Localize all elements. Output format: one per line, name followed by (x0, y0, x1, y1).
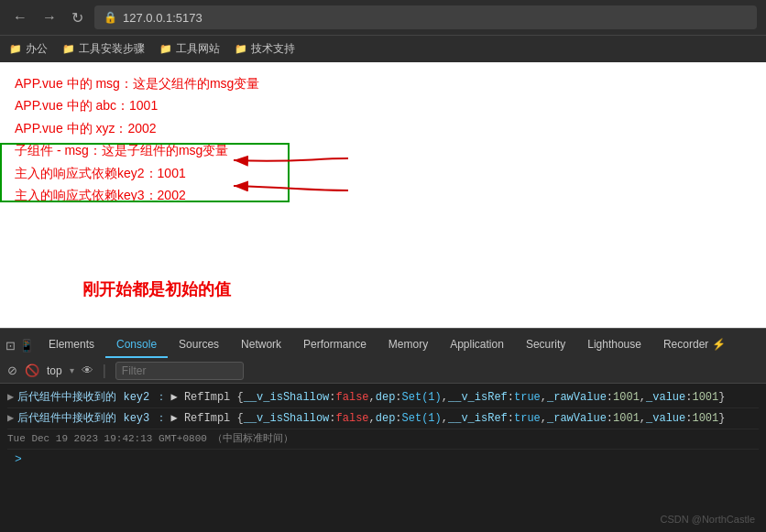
devtools-tabs: ⊡ 📱 Elements Console Sources Network Per… (0, 329, 766, 358)
bookmark-label-office: 办公 (26, 41, 48, 57)
tab-network[interactable]: Network (230, 332, 292, 358)
folder-icon-tools-install: 📁 (62, 43, 75, 55)
tab-memory[interactable]: Memory (378, 332, 439, 358)
devtools-leading-icons: ⊡ 📱 (5, 339, 34, 358)
tab-elements[interactable]: Elements (38, 332, 105, 358)
devtools-device-icon[interactable]: 📱 (19, 339, 34, 354)
clear-icon[interactable]: 🚫 (25, 364, 39, 377)
reload-button[interactable]: ↻ (68, 5, 87, 30)
page-content: APP.vue 中的 msg：这是父组件的msg变量 APP.vue 中的 ab… (0, 62, 766, 328)
console-output: ▶ 后代组件中接收到的 key2 ： ▶ RefImpl { __v_isSha… (0, 384, 766, 532)
console-value-1: ▶ RefImpl { (170, 389, 243, 406)
filter-input[interactable] (115, 362, 244, 380)
branding: CSDN @NorthCastle (661, 514, 755, 525)
console-prefix-2: 后代组件中接收到的 key3 ： (17, 410, 167, 427)
bookmark-offce[interactable]: 📁 办公 (9, 41, 48, 57)
devtools-panel: ⊡ 📱 Elements Console Sources Network Per… (0, 328, 766, 532)
eye-icon[interactable]: 👁 (82, 364, 93, 377)
block-icon[interactable]: ⊘ (7, 364, 17, 377)
console-toolbar: ⊘ 🚫 top ▾ 👁 | (0, 358, 766, 384)
content-line-2: APP.vue 中的 abc：1001 (15, 95, 751, 115)
folder-icon-tech-support: 📁 (235, 43, 247, 55)
content-line-5: 主入的响应式依赖key2：1001 (15, 163, 751, 183)
expand-icon-2[interactable]: ▶ (7, 410, 14, 427)
console-timestamp: Tue Dec 19 2023 19:42:13 GMT+0800 （中国标准时… (7, 431, 293, 447)
bookmarks-bar: 📁 办公 📁 工具安装步骤 📁 工具网站 📁 技术支持 (0, 35, 766, 62)
bookmark-label-tools-install: 工具安装步骤 (79, 41, 145, 57)
url-text: 127.0.0.1:5173 (123, 11, 202, 25)
console-prefix-1: 后代组件中接收到的 key2 ： (17, 389, 167, 406)
console-line-3: Tue Dec 19 2023 19:42:13 GMT+0800 （中国标准时… (7, 429, 759, 450)
content-line-4: 子组件 - msg：这是子组件的msg变量 (15, 140, 751, 160)
address-bar[interactable]: 🔒 127.0.0.1:5173 (94, 5, 757, 29)
chevron-down-icon[interactable]: ▾ (70, 365, 74, 375)
bookmark-label-tools-site: 工具网站 (176, 41, 220, 57)
refimpl-prop-1: __v_isShallow (244, 389, 330, 406)
content-line-6: 主入的响应式依赖key3：2002 (15, 185, 751, 205)
browser-chrome: ← → ↻ 🔒 127.0.0.1:5173 (0, 0, 766, 35)
bookmark-tools-site[interactable]: 📁 工具网站 (159, 41, 220, 57)
top-dropdown[interactable]: top (47, 364, 62, 377)
expand-icon-1[interactable]: ▶ (7, 389, 14, 406)
tab-security[interactable]: Security (515, 332, 576, 358)
devtools-inspect-icon[interactable]: ⊡ (5, 339, 16, 354)
back-button[interactable]: ← (9, 5, 31, 29)
tab-recorder[interactable]: Recorder ⚡ (652, 332, 737, 358)
bookmark-tech-support[interactable]: 📁 技术支持 (235, 41, 295, 57)
folder-icon-tools-site: 📁 (159, 43, 172, 55)
tab-application[interactable]: Application (439, 332, 515, 358)
content-line-1: APP.vue 中的 msg：这是父组件的msg变量 (15, 73, 751, 93)
forward-button[interactable]: → (38, 5, 60, 29)
bookmark-tools-install[interactable]: 📁 工具安装步骤 (62, 41, 145, 57)
console-line-1: ▶ 后代组件中接收到的 key2 ： ▶ RefImpl { __v_isSha… (7, 387, 759, 408)
content-line-3: APP.vue 中的 xyz：2002 (15, 118, 751, 138)
tab-sources[interactable]: Sources (168, 332, 230, 358)
console-value-2: ▶ RefImpl { (170, 410, 243, 427)
comment-text: 刚开始都是初始的值 (82, 278, 231, 300)
bookmark-label-tech-support: 技术支持 (251, 41, 295, 57)
tab-lighthouse[interactable]: Lighthouse (576, 332, 652, 358)
folder-icon-office: 📁 (9, 43, 22, 55)
tab-performance[interactable]: Performance (292, 332, 378, 358)
lock-icon: 🔒 (104, 11, 117, 24)
tab-console[interactable]: Console (105, 332, 168, 358)
console-line-2: ▶ 后代组件中接收到的 key3 ： ▶ RefImpl { __v_isSha… (7, 408, 759, 429)
console-prompt[interactable]: > (7, 450, 759, 469)
